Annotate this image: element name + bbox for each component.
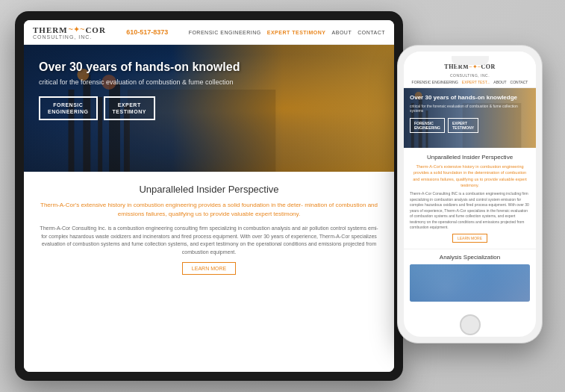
tablet-expert-btn[interactable]: EXPERT TESTIMONY [104,96,155,120]
tablet-learn-more-btn[interactable]: LEARN MORE [182,262,236,275]
tablet-nav-about[interactable]: ABOUT [332,30,352,35]
phone-forensic-btn[interactable]: FORENSIC ENGINEERING [410,118,445,133]
phone-insider-section: Unparalleled Insider Perspective Therm-A… [404,148,536,249]
phone-learn-more-btn[interactable]: LEARN MORE [452,234,487,243]
tablet-section-title: Unparalleled Insider Perspective [39,184,379,195]
phone-content: Unparalleled Insider Perspective Therm-A… [404,148,536,337]
tablet-hero-content: Over 30 years of hands-on knowled critic… [24,45,394,128]
phone-analysis-section: Analysis Specialization [404,249,536,302]
phone-device: THERM ~✦~ COR CONSULTING, INC. FORENSIC … [397,45,543,343]
phone-analysis-image [410,264,530,302]
phone-nav-about[interactable]: ABOUT [493,80,506,84]
phone-notch [452,56,489,65]
phone-nav-contact[interactable]: CONTACT [511,80,528,84]
tablet-nav: FORENSIC ENGINEERING EXPERT TESTIMONY AB… [189,30,385,35]
phone-body-text: Therm-A-Cor Consulting INC is a combusti… [410,191,530,231]
phone-hero-subtitle: critical for the forensic evaluation of … [410,104,530,113]
tablet-nav-contact[interactable]: CONTACT [358,30,385,35]
phone-forensic-btn-line2: ENGINEERING [414,125,440,130]
phone-screen: THERM ~✦~ COR CONSULTING, INC. FORENSIC … [404,52,536,337]
tablet-phone-number: 610-517-8373 [126,28,168,36]
tablet-expert-btn-line2: TESTIMONY [113,108,146,115]
tablet-hero: Over 30 years of hands-on knowled critic… [24,45,394,172]
tablet-logo-name2: COR [85,25,105,34]
tablet-content: Unparalleled Insider Perspective Therm-A… [24,172,394,372]
phone-hero-buttons: FORENSIC ENGINEERING EXPERT TESTIMONY [410,118,530,133]
phone-logo-sub: CONSULTING, INC. [410,73,530,78]
phone-nav: FORENSIC ENGINEERING EXPERT TEST... ABOU… [410,80,530,84]
tablet-forensic-btn-line1: FORENSIC [48,102,89,108]
tablet-forensic-btn[interactable]: FORENSIC ENGINEERING [39,96,98,120]
tablet-hero-title: Over 30 years of hands-on knowled [39,60,379,74]
tablet-expert-btn-line1: EXPERT [113,102,146,108]
tablet-hero-subtitle: critical for the forensic evaluation of … [39,78,379,86]
scene: THERM ~✦~ COR CONSULTING, INC. 610-517-8… [0,0,565,392]
phone-highlight-text: Therm-A-Cor's extensive history in combu… [410,164,530,188]
phone-home-button[interactable] [460,314,481,335]
tablet-logo: THERM ~✦~ COR CONSULTING, INC. [33,25,106,40]
tablet-device: THERM ~✦~ COR CONSULTING, INC. 610-517-8… [15,11,403,381]
tablet-highlight-text: Therm-A-Cor's extensive history in combu… [39,201,379,219]
tablet-hero-buttons: FORENSIC ENGINEERING EXPERT TESTIMONY [39,96,379,120]
tablet-logo-flame-icon: ~✦~ [69,25,85,34]
tablet-nav-expert[interactable]: EXPERT TESTIMONY [267,30,326,35]
phone-hero-content: Over 30 years of hands-on knowledge crit… [404,88,536,137]
tablet-nav-forensic[interactable]: FORENSIC ENGINEERING [189,30,261,35]
tablet-body-text: Therm-A-Cor Consulting Inc. is a combust… [39,225,379,256]
tablet-header: THERM ~✦~ COR CONSULTING, INC. 610-517-8… [24,20,394,45]
phone-analysis-title: Analysis Specialization [410,254,530,261]
phone-expert-btn-line2: TESTIMONY [452,125,474,130]
phone-hero: Over 30 years of hands-on knowledge crit… [404,88,536,148]
tablet-forensic-btn-line2: ENGINEERING [48,108,89,115]
phone-nav-forensic[interactable]: FORENSIC ENGINEERING [412,80,458,84]
phone-expert-btn[interactable]: EXPERT TESTIMONY [448,118,478,133]
tablet-screen: THERM ~✦~ COR CONSULTING, INC. 610-517-8… [24,20,394,372]
phone-hero-title: Over 30 years of hands-on knowledge [410,94,530,102]
tablet-logo-sub: CONSULTING, INC. [33,34,106,40]
phone-nav-expert[interactable]: EXPERT TEST... [462,80,490,84]
phone-section-title: Unparalleled Insider Perspective [410,154,530,161]
tablet-logo-name: THERM [33,25,68,34]
